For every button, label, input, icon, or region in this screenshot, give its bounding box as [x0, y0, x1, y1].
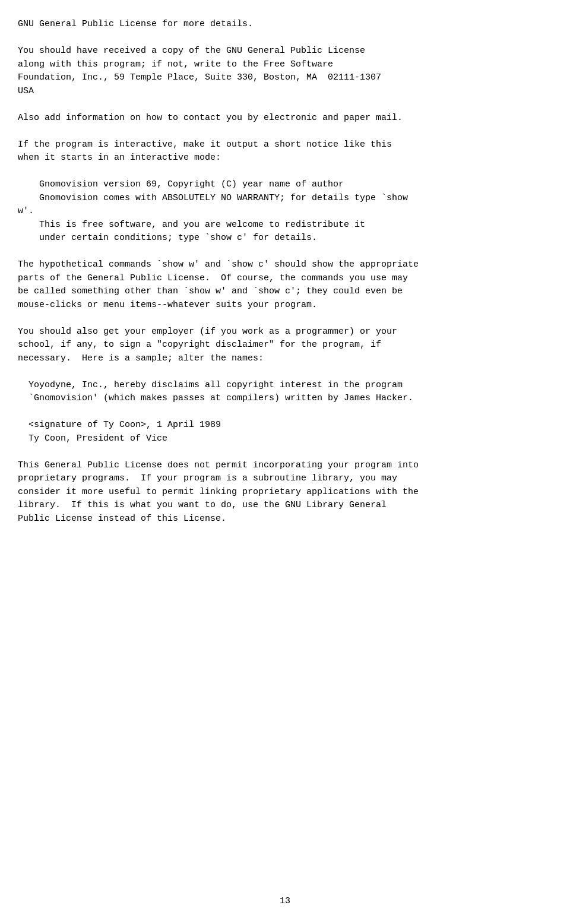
- page: GNU General Public License for more deta…: [0, 0, 570, 924]
- page-number: 13: [280, 896, 290, 906]
- main-content: GNU General Public License for more deta…: [18, 12, 552, 526]
- license-text: GNU General Public License for more deta…: [18, 18, 552, 526]
